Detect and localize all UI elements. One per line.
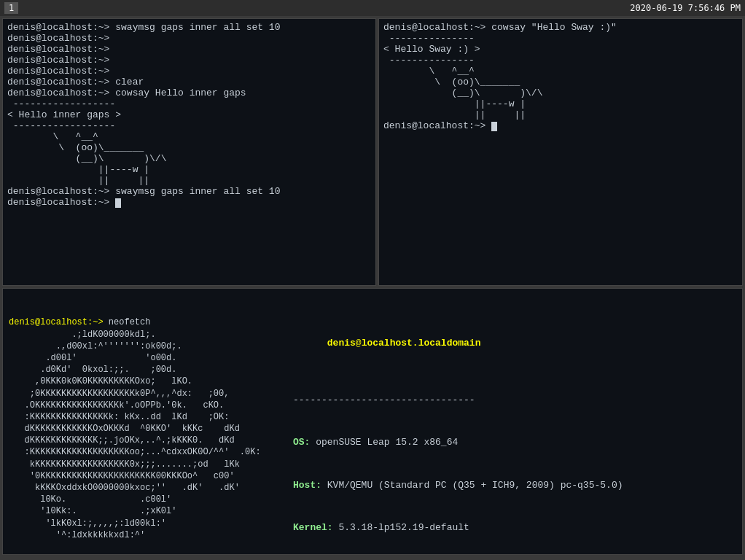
taskbar-left: 1 <box>4 2 18 14</box>
workspace-indicator[interactable]: 1 <box>4 2 18 14</box>
neofetch-os: OS: openSUSE Leap 15.2 x86_64 <box>293 435 736 450</box>
neofetch-username-line: denis@localhost.localdomain <box>293 322 736 365</box>
neofetch-system-info: denis@localhost.localdomain ------------… <box>293 293 736 550</box>
terminal-left[interactable]: denis@localhost:~> swaymsg gaps inner al… <box>2 18 376 286</box>
neofetch-kernel: Kernel: 5.3.18-lp152.19-default <box>293 521 736 535</box>
terminal-right[interactable]: denis@localhost:~> cowsay "Hello Sway :)… <box>378 18 743 286</box>
neofetch-separator: -------------------------------- <box>293 393 736 408</box>
terminal-right-content: denis@localhost:~> cowsay "Hello Sway :)… <box>383 22 738 131</box>
terminal-bottom[interactable]: denis@localhost:~> neofetch .;ldK000000k… <box>2 288 743 555</box>
neofetch-at: @ <box>356 338 362 349</box>
terminal-left-content: denis@localhost:~> swaymsg gaps inner al… <box>7 22 371 208</box>
neofetch-host-line: Host: KVM/QEMU (Standard PC (Q35 + ICH9,… <box>293 478 736 493</box>
neofetch-user: denis <box>327 338 356 349</box>
terminals-top-row: denis@localhost:~> swaymsg gaps inner al… <box>0 16 745 286</box>
neofetch-host: localhost.localdomain <box>362 338 481 349</box>
neofetch-ascii-art: denis@localhost:~> neofetch .;ldK000000k… <box>9 293 278 550</box>
taskbar: 1 2020-06-19 7:56:46 PM <box>0 0 745 16</box>
taskbar-datetime: 2020-06-19 7:56:46 PM <box>630 3 741 13</box>
